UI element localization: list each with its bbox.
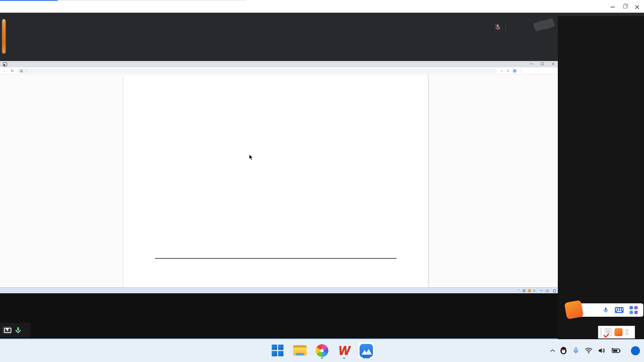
update-icon[interactable]: [528, 289, 531, 292]
mouse-cursor: [249, 154, 254, 161]
shared-taskbar-tray: ⌃ ⍦ 〜 ◁): [518, 288, 556, 294]
screen-share-banner: [0, 323, 30, 338]
ime-voice-icon[interactable]: [602, 307, 609, 313]
battery-charging-icon[interactable]: [611, 347, 621, 354]
profile-avatar[interactable]: [513, 69, 517, 73]
wifi-tray-icon[interactable]: 〜: [540, 289, 543, 293]
annotation-marker-tool[interactable]: [2, 19, 6, 54]
qq-icon[interactable]: [560, 346, 567, 355]
sogou-tray-icon[interactable]: [614, 328, 623, 336]
wifi-icon[interactable]: [585, 347, 593, 354]
divider: [505, 23, 506, 32]
hidden-icons-chevron[interactable]: [550, 349, 555, 352]
back-icon[interactable]: ‹: [3, 68, 5, 73]
forward-icon[interactable]: ›: [7, 68, 8, 73]
mic-live-icon: [14, 326, 22, 334]
mic-tray-icon[interactable]: ⍦: [533, 289, 535, 293]
tab-search-icon[interactable]: [3, 62, 7, 66]
close-button[interactable]: [632, 4, 642, 9]
taskbar-center-icons: W: [269, 339, 375, 362]
pdf-viewer[interactable]: [0, 74, 558, 287]
windows-taskbar: W: [0, 339, 644, 362]
page-info-icon[interactable]: [20, 69, 23, 72]
tencent-meeting-icon: [360, 344, 373, 357]
divider: [26, 69, 26, 72]
address-bar-actions: ☆ ⇩ ⋮: [500, 69, 523, 73]
drag-handle[interactable]: [600, 328, 602, 337]
speaking-indicator: [494, 21, 510, 34]
file-explorer-button[interactable]: [291, 342, 309, 359]
sogou-logo-icon[interactable]: [564, 300, 584, 319]
volume-tray-icon[interactable]: ◁): [545, 289, 548, 292]
notes-check-icon[interactable]: [605, 328, 611, 336]
onedrive-icon[interactable]: [523, 289, 526, 292]
ime-toolbar: [570, 303, 643, 317]
browser-restore-button[interactable]: [540, 62, 545, 66]
new-tab-button[interactable]: [12, 61, 17, 67]
browser-minimize-button[interactable]: [529, 62, 534, 66]
wps-w-icon: W: [338, 345, 350, 357]
meeting-watermark-icon: [534, 19, 557, 33]
volume-icon[interactable]: [598, 347, 606, 354]
horizontal-rule: [155, 258, 396, 259]
refresh-icon[interactable]: ↻: [11, 69, 14, 73]
pdf-page: [123, 74, 428, 287]
browser-360-button[interactable]: [313, 342, 331, 359]
pinwheel-browser-icon: [316, 344, 328, 357]
wps-office-button[interactable]: W: [335, 342, 353, 359]
browser-window-controls: [529, 62, 556, 66]
screen-share-icon: [3, 326, 11, 334]
notification-bell-icon[interactable]: [553, 289, 556, 292]
folder-icon: [293, 345, 307, 356]
clipped-tray-icon: [626, 329, 628, 335]
screen: ‹ › ↻ ☆ ⇩ ⋮: [0, 0, 644, 362]
titlebar-accent: [0, 0, 58, 1]
browser-address-bar: ‹ › ↻ ☆ ⇩ ⋮: [0, 67, 558, 74]
minimize-button[interactable]: [608, 4, 618, 9]
notification-count-badge[interactable]: [631, 346, 640, 355]
floating-tray-popup: [598, 326, 635, 339]
shared-screen-taskbar: ⌃ ⍦ 〜 ◁): [0, 287, 558, 293]
menu-dots-icon[interactable]: ⋮: [520, 69, 523, 73]
bookmark-star-icon[interactable]: ☆: [500, 69, 503, 73]
meeting-bottom-area: [0, 293, 644, 339]
download-icon[interactable]: ⇩: [506, 69, 509, 73]
browser-close-button[interactable]: [550, 62, 556, 66]
app-titlebar: [0, 0, 644, 13]
url-field[interactable]: [17, 68, 497, 73]
titlebar-hairline: [58, 0, 246, 1]
ime-toolbox-icon[interactable]: [630, 306, 638, 314]
hidden-icons-chevron[interactable]: ⌃: [518, 289, 520, 292]
restore-button[interactable]: [620, 4, 630, 9]
mic-in-use-icon[interactable]: [572, 347, 580, 354]
taskbar-tray: [550, 339, 640, 362]
windows-logo-icon: [272, 345, 284, 357]
start-button[interactable]: [269, 342, 286, 359]
mic-muted-icon: [494, 23, 501, 31]
meeting-top-strip: [0, 13, 644, 62]
browser-tab-strip: [0, 61, 558, 67]
shared-browser-window: ‹ › ↻ ☆ ⇩ ⋮: [0, 61, 558, 293]
participants-sidebar: [558, 16, 644, 339]
tencent-meeting-button[interactable]: [358, 342, 375, 359]
ime-keyboard-icon[interactable]: [615, 307, 624, 313]
